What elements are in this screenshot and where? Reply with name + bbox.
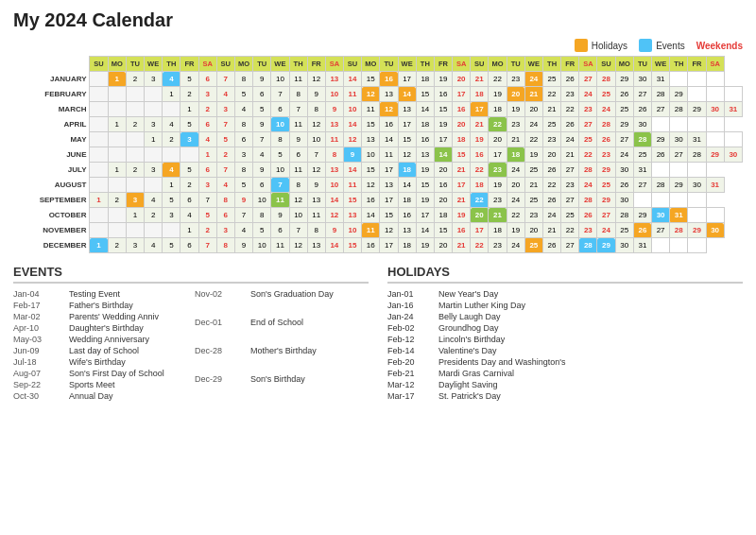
event-desc: Sports Meet: [69, 380, 187, 389]
weekend-legend-label: Weekends: [696, 41, 743, 51]
event-desc: Son's Birthday: [250, 374, 369, 401]
holiday-date: Jan-01: [387, 289, 435, 299]
page-title: My 2024 Calendar: [13, 9, 743, 31]
event-date: Apr-10: [13, 323, 65, 333]
holidays-column: HOLIDAYS Jan-01New Year's DayJan-16Marti…: [387, 265, 743, 401]
event-date: Aug-07: [13, 369, 65, 378]
holiday-date: Feb-20: [387, 357, 435, 367]
holidays-title: HOLIDAYS: [387, 265, 743, 284]
event-desc: Annual Day: [69, 391, 187, 401]
event-date: Jan-04: [13, 289, 65, 299]
events-list-container: Jan-04Testing EventFeb-17Father's Birthd…: [13, 289, 369, 401]
event-date: Dec-29: [195, 374, 247, 401]
events-list-left: Jan-04Testing EventFeb-17Father's Birthd…: [13, 289, 187, 401]
holiday-desc: Presidents Day and Washington's: [438, 357, 743, 367]
event-date: Jul-18: [13, 357, 65, 367]
holiday-desc: Valentine's Day: [438, 346, 743, 355]
event-date: Oct-30: [13, 391, 65, 401]
event-date: Feb-17: [13, 301, 65, 310]
event-desc: End of School: [250, 318, 369, 344]
bottom-section: EVENTS Jan-04Testing EventFeb-17Father's…: [13, 265, 743, 401]
event-date: Dec-28: [195, 346, 247, 372]
event-desc: Son's Graduation Day: [250, 289, 369, 316]
event-desc: Father's Birthday: [69, 301, 187, 310]
event-desc: Testing Event: [69, 289, 187, 299]
holiday-date: Feb-21: [387, 369, 435, 378]
february-row: FEBRUARY 12 3 4 56789 10 11 12 13 14 151…: [13, 87, 743, 102]
events-title: EVENTS: [13, 265, 369, 284]
october-row: OCTOBER 1234 5 6 7891011 12 13 141516171…: [13, 208, 743, 223]
holiday-desc: Mardi Gras Carnival: [438, 369, 743, 378]
march-row: MARCH 1 2 3 45678 9 10 11 12 131415 16 1…: [13, 102, 743, 117]
holiday-desc: Belly Laugh Day: [438, 312, 743, 321]
holiday-desc: Groundhog Day: [438, 323, 743, 333]
event-date: Jun-09: [13, 346, 65, 355]
event-desc: Last day of School: [69, 346, 187, 355]
april-row: APRIL 12345 6 7 89 10 1112 13 14 1516171…: [13, 117, 743, 132]
event-desc: Wife's Birthday: [69, 357, 187, 367]
legend: Holidays Events Weekends: [13, 39, 743, 52]
event-date: Sep-22: [13, 380, 65, 389]
holiday-date: Jan-24: [387, 312, 435, 321]
holiday-date: Feb-14: [387, 346, 435, 355]
event-legend-label: Events: [656, 41, 685, 51]
july-row: JULY 123 4 5 6 7 89101112 13 14 1517 18 …: [13, 163, 743, 178]
events-list-right: Nov-02Son's Graduation DayDec-01End of S…: [195, 289, 369, 401]
calendar-table: SUMOTUWETHFRSA SUMOTUWETHFRSA SUMOTUWETH…: [13, 56, 743, 253]
holiday-desc: Daylight Saving: [438, 380, 743, 389]
september-row: SEPTEMBER 1 2 3 4567 8 9 10 11 1213 14 1…: [13, 193, 743, 208]
holiday-desc: Lincoln's Birthday: [438, 335, 743, 344]
holiday-desc: Martin Luther King Day: [438, 301, 743, 310]
december-row: DECEMBER 1 23456 7 8 910111213 14 15 161…: [13, 238, 743, 253]
event-desc: Mother's Birthday: [250, 346, 369, 372]
holiday-legend-label: Holidays: [592, 41, 627, 51]
holidays-list: Jan-01New Year's DayJan-16Martin Luther …: [387, 289, 743, 401]
events-column: EVENTS Jan-04Testing EventFeb-17Father's…: [13, 265, 369, 401]
holiday-desc: New Year's Day: [438, 289, 743, 299]
holiday-legend-box: [575, 39, 588, 52]
event-desc: Daughter's Birthday: [69, 323, 187, 333]
holiday-desc: St. Patrick's Day: [438, 391, 743, 401]
event-desc: Wedding Anniversary: [69, 335, 187, 344]
holiday-date: Feb-12: [387, 335, 435, 344]
holiday-date: Jan-16: [387, 301, 435, 310]
event-desc: Parents' Wedding Anniv: [69, 312, 187, 321]
june-row: JUNE 1 2 34567 8 9 10111213 14 15 16 17 …: [13, 147, 743, 163]
holiday-date: Feb-02: [387, 323, 435, 333]
may-row: MAY 12 3 4 5 678910 11 12 1314151617 18 …: [13, 132, 743, 147]
holiday-date: Mar-17: [387, 391, 435, 401]
event-date: Dec-01: [195, 318, 247, 344]
january-row: JANUARY 1 23 4 5 6 7 89101112 13 14 15 1…: [13, 72, 743, 87]
november-row: NOVEMBER 1 2 3 45678 9 10 11 12131415 16…: [13, 223, 743, 238]
event-legend-box: [639, 39, 652, 52]
august-row: AUGUST 12 3 4 56 7 89 10 11 1213141516 1…: [13, 178, 743, 193]
event-desc: Son's First Day of School: [69, 369, 187, 378]
event-date: Nov-02: [195, 289, 247, 316]
holiday-date: Mar-12: [387, 380, 435, 389]
event-date: May-03: [13, 335, 65, 344]
event-date: Mar-02: [13, 312, 65, 321]
